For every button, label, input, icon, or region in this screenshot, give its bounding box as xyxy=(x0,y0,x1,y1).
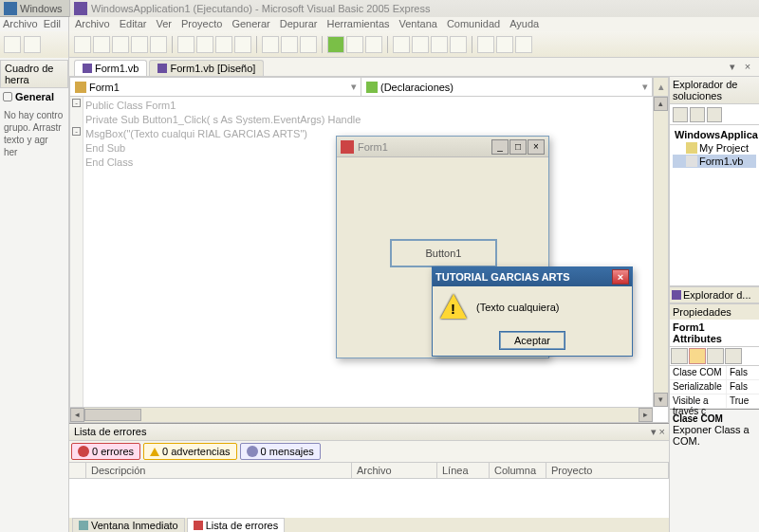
toolbar-button[interactable] xyxy=(412,36,429,53)
tab-label: Ventana Inmediato xyxy=(91,520,178,531)
tab-immediate-window[interactable]: Ventana Inmediato xyxy=(72,518,185,532)
toolbar-button[interactable] xyxy=(177,36,194,53)
error-icon xyxy=(194,521,203,530)
scroll-button[interactable]: ▾ xyxy=(654,393,668,407)
maximize-button[interactable]: □ xyxy=(509,139,527,155)
minimize-button[interactable]: _ xyxy=(491,139,509,155)
toolbar-button[interactable] xyxy=(93,36,110,53)
toolbar-button[interactable] xyxy=(673,107,688,122)
collapse-icon[interactable]: - xyxy=(72,127,81,136)
menu-proyecto[interactable]: Proyecto xyxy=(181,18,222,30)
toolbar-button[interactable] xyxy=(300,36,317,53)
toolbar-button[interactable] xyxy=(725,348,742,364)
button1[interactable]: Button1 xyxy=(390,239,497,267)
scroll-thumb[interactable] xyxy=(84,409,141,421)
menu-ventana[interactable]: Ventana xyxy=(399,18,437,30)
tab-form1-design[interactable]: Form1.vb [Diseño] xyxy=(149,60,264,76)
stop-button[interactable] xyxy=(365,36,382,53)
toolbar-button[interactable] xyxy=(496,36,513,53)
toolbar-button[interactable] xyxy=(431,36,448,53)
close-icon[interactable]: × xyxy=(659,426,665,438)
col-icon[interactable] xyxy=(69,463,86,478)
menu-archivo-frag[interactable]: Archivo xyxy=(3,18,38,30)
menu-archivo[interactable]: Archivo xyxy=(75,18,110,30)
dropdown-icon[interactable]: ▾ xyxy=(651,426,657,438)
toolbar-button[interactable] xyxy=(4,36,21,53)
menu-editar[interactable]: Editar xyxy=(120,18,147,30)
col-description[interactable]: Descripción xyxy=(86,463,352,478)
toolbar-button[interactable] xyxy=(74,36,91,53)
toolbar-button[interactable] xyxy=(707,348,724,364)
property-row[interactable]: SerializableFals xyxy=(670,380,759,394)
solution-tree[interactable]: WindowsApplica My Project Form1.vb xyxy=(670,125,759,286)
close-button[interactable]: × xyxy=(612,269,629,284)
warning-icon xyxy=(150,448,159,456)
property-value[interactable]: Fals xyxy=(727,366,759,379)
warnings-filter[interactable]: 0 advertencias xyxy=(143,443,237,460)
tab-error-list[interactable]: Lista de errores xyxy=(187,518,285,532)
menu-edit-frag[interactable]: Edil xyxy=(44,18,61,30)
member-dropdown[interactable]: (Declaraciones) xyxy=(361,78,653,96)
properties-object-selector[interactable]: Form1 Attributes xyxy=(670,320,759,347)
tab-solution-explorer[interactable]: Explorador d... xyxy=(670,287,753,303)
expand-icon[interactable] xyxy=(3,92,12,101)
message-box[interactable]: TUTORIAL GARCIAS ARTS × (Texto cualquier… xyxy=(432,266,633,357)
toolbar-button[interactable] xyxy=(450,36,467,53)
menu-herramientas[interactable]: Herramientas xyxy=(326,18,389,30)
separator xyxy=(256,36,257,53)
menu-comunidad[interactable]: Comunidad xyxy=(447,18,500,30)
vertical-scrollbar[interactable]: ▴ ▾ xyxy=(653,97,668,407)
scroll-up-button[interactable]: ▴ xyxy=(653,78,668,96)
class-dropdown[interactable]: Form1 xyxy=(70,78,361,96)
messages-filter[interactable]: 0 mensajes xyxy=(240,443,321,460)
alphabetical-button[interactable] xyxy=(689,348,706,364)
toolbar-button[interactable] xyxy=(112,36,129,53)
scroll-button[interactable]: ▸ xyxy=(639,408,653,422)
toolbar-button[interactable] xyxy=(24,36,41,53)
horizontal-scrollbar[interactable]: ◂ ▸ xyxy=(70,407,653,422)
pause-button[interactable] xyxy=(346,36,363,53)
toolbar-button[interactable] xyxy=(515,36,532,53)
property-row[interactable]: Clase COMFals xyxy=(670,366,759,380)
menu-depurar[interactable]: Depurar xyxy=(280,18,318,30)
col-column[interactable]: Columna xyxy=(490,463,546,478)
tree-item[interactable]: Form1.vb xyxy=(673,155,756,168)
scroll-button[interactable]: ▴ xyxy=(654,97,668,111)
toolbar-button[interactable] xyxy=(690,107,705,122)
run-button[interactable] xyxy=(327,36,344,53)
menu-ver[interactable]: Ver xyxy=(156,18,172,30)
categorized-button[interactable] xyxy=(671,348,688,364)
col-project[interactable]: Proyecto xyxy=(546,463,669,478)
errors-filter[interactable]: 0 errores xyxy=(71,443,140,460)
ok-button[interactable]: Aceptar xyxy=(500,332,565,349)
menu-generar[interactable]: Generar xyxy=(231,18,269,30)
scroll-button[interactable]: ◂ xyxy=(70,408,84,422)
col-file[interactable]: Archivo xyxy=(352,463,437,478)
toolbar-button[interactable] xyxy=(196,36,213,53)
tab-dropdown[interactable]: ▾ xyxy=(726,60,739,73)
tab-close[interactable]: × xyxy=(741,60,754,73)
form-titlebar[interactable]: Form1 _ □ × xyxy=(337,137,548,157)
toolbar-button[interactable] xyxy=(234,36,251,53)
msgbox-titlebar[interactable]: TUTORIAL GARCIAS ARTS × xyxy=(433,267,632,286)
property-row[interactable]: Visible a través cTrue xyxy=(670,394,759,409)
toolbar-button[interactable] xyxy=(215,36,232,53)
col-line[interactable]: Línea xyxy=(437,463,490,478)
close-button[interactable]: × xyxy=(528,139,545,155)
toolbox-group[interactable]: General xyxy=(0,88,68,105)
tree-item[interactable]: My Project xyxy=(673,141,756,155)
toolbar-button[interactable] xyxy=(393,36,410,53)
properties-grid[interactable]: Clase COMFals SerializableFals Visible a… xyxy=(670,366,759,409)
menu-ayuda[interactable]: Ayuda xyxy=(509,18,539,30)
toolbar-button[interactable] xyxy=(150,36,167,53)
tab-form1-vb[interactable]: Form1.vb xyxy=(74,60,147,76)
collapse-icon[interactable]: - xyxy=(72,99,81,107)
tree-root[interactable]: WindowsApplica xyxy=(673,128,756,141)
toolbar-button[interactable] xyxy=(707,107,722,122)
toolbar-button[interactable] xyxy=(131,36,148,53)
property-value[interactable]: Fals xyxy=(727,380,759,394)
property-value[interactable]: True xyxy=(727,394,759,408)
toolbar-button[interactable] xyxy=(281,36,298,53)
toolbar-button[interactable] xyxy=(477,36,494,53)
toolbar-button[interactable] xyxy=(262,36,279,53)
